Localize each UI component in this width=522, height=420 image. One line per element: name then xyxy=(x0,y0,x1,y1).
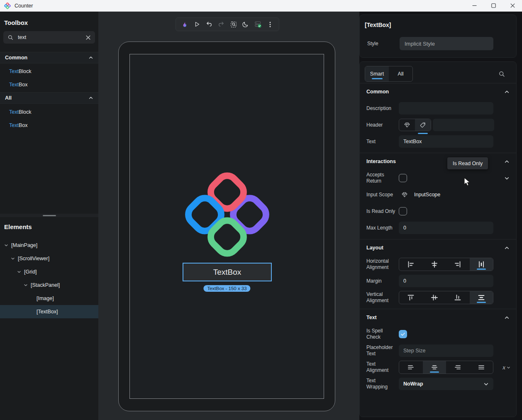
text-wrapping-dropdown[interactable]: NoWrap xyxy=(399,378,493,390)
undo-icon[interactable] xyxy=(204,20,214,29)
minimize-button[interactable] xyxy=(465,0,484,11)
input-scope-value[interactable]: InputScope xyxy=(414,192,440,198)
align-bottom-icon[interactable] xyxy=(446,291,470,304)
description-input[interactable] xyxy=(399,102,493,115)
tab-all[interactable]: All xyxy=(389,66,412,81)
align-top-icon[interactable] xyxy=(399,291,423,304)
prop-description: Description xyxy=(360,100,516,117)
device-screen[interactable]: TextBox TextBox - 150 x 33 xyxy=(129,54,324,399)
selected-textbox-element[interactable]: TextBox xyxy=(183,263,272,281)
toolbox-item-textbox[interactable]: TextBox xyxy=(0,119,98,132)
is-read-only-tooltip: Is Read Only xyxy=(447,157,488,169)
panel-splitter[interactable] xyxy=(0,214,98,217)
more-options-icon[interactable] xyxy=(265,20,275,29)
properties-title: [TextBox] xyxy=(365,22,391,28)
chevron-up-icon xyxy=(88,95,93,100)
left-sidebar: Toolbox Common TextBlock TextBox All Tex… xyxy=(0,12,98,420)
search-icon xyxy=(7,34,14,41)
margin-input[interactable] xyxy=(399,275,493,287)
align-right-icon[interactable] xyxy=(446,258,470,271)
is-read-only-checkbox[interactable] xyxy=(399,207,407,215)
align-stretch-horizontal-icon[interactable] xyxy=(470,258,493,271)
align-center-vertical-icon[interactable] xyxy=(423,291,446,304)
section-layout-header[interactable]: Layout xyxy=(360,239,516,256)
chevron-down-icon xyxy=(483,381,489,387)
section-text-header[interactable]: Text xyxy=(360,309,516,326)
chevron-up-icon[interactable] xyxy=(504,245,510,251)
toolbox-title: Toolbox xyxy=(4,19,28,26)
design-toolbar xyxy=(176,17,279,31)
accepts-return-checkbox[interactable] xyxy=(399,174,407,182)
chevron-up-icon[interactable] xyxy=(504,315,510,320)
character-casing-dropdown[interactable]: x xyxy=(502,364,511,371)
prop-is-read-only: Is Read Only xyxy=(360,203,516,220)
toolbox-search[interactable] xyxy=(3,31,95,44)
chevron-up-icon xyxy=(88,55,93,60)
header-mode-toggle xyxy=(399,119,431,131)
maximize-button[interactable] xyxy=(484,0,503,11)
tab-smart[interactable]: Smart xyxy=(365,66,389,81)
tree-item-stackpanel[interactable]: [StackPanel] xyxy=(0,278,98,292)
prop-vertical-alignment: Vertical Alignment xyxy=(360,289,516,306)
tag-icon[interactable] xyxy=(415,119,431,131)
tree-item-scrollviewer[interactable]: [ScrollViewer] xyxy=(0,252,98,265)
section-common-header[interactable]: Common xyxy=(360,83,516,100)
hot-reload-flame-icon[interactable] xyxy=(180,20,190,29)
chevron-up-icon[interactable] xyxy=(504,159,510,164)
device-status-check-icon[interactable] xyxy=(253,20,263,29)
section-layout: Layout Horizontal Alignment xyxy=(360,239,516,309)
text-alignment-group xyxy=(399,361,493,374)
text-input[interactable] xyxy=(399,135,493,148)
text-align-right-icon[interactable] xyxy=(446,361,470,374)
align-left-icon[interactable] xyxy=(399,258,423,271)
chevron-down-icon[interactable] xyxy=(24,283,28,287)
toolbox-section-common[interactable]: Common xyxy=(0,52,98,63)
max-length-input[interactable] xyxy=(399,222,493,234)
properties-panel: [TextBox] Style Smart All Common xyxy=(359,12,522,420)
tree-item-grid[interactable]: [Grid] xyxy=(0,265,98,278)
prop-text: Text xyxy=(360,133,516,150)
properties-search-icon[interactable] xyxy=(498,71,505,78)
clear-icon[interactable] xyxy=(85,35,91,40)
tree-item-mainpage[interactable]: [MainPage] xyxy=(0,239,98,252)
section-interactions-header[interactable]: Interactions xyxy=(360,153,516,170)
chevron-down-icon[interactable] xyxy=(4,243,8,247)
text-align-left-icon[interactable] xyxy=(399,361,423,374)
toolbox-section-all[interactable]: All xyxy=(0,92,98,104)
align-stretch-vertical-icon[interactable] xyxy=(470,291,493,304)
section-text: Text Is Spell Check Placeholder Text Tex… xyxy=(360,309,516,395)
element-picker-icon[interactable] xyxy=(229,20,239,29)
tree-item-image[interactable]: [Image] xyxy=(0,292,98,305)
properties-tabs-row: Smart All xyxy=(360,62,516,83)
prop-placeholder-text: Placeholder Text xyxy=(360,342,516,359)
redo-icon[interactable] xyxy=(216,20,226,29)
tree-item-textbox-selected[interactable]: [TextBox] xyxy=(0,305,98,318)
toolbox-item-textblock[interactable]: TextBlock xyxy=(0,105,98,119)
properties-header-card: [TextBox] Style xyxy=(359,15,517,58)
style-input[interactable] xyxy=(400,37,493,50)
header-input[interactable] xyxy=(433,119,494,131)
chevron-down-icon[interactable] xyxy=(504,176,510,181)
play-icon[interactable] xyxy=(192,20,202,29)
theme-moon-icon[interactable] xyxy=(241,20,251,29)
toolbox-item-textblock[interactable]: TextBlock xyxy=(0,65,98,78)
chevron-up-icon[interactable] xyxy=(504,89,510,95)
device-frame: TextBox TextBox - 150 x 33 xyxy=(118,42,335,411)
horizontal-alignment-group xyxy=(399,258,493,271)
is-spell-check-checkbox[interactable] xyxy=(399,330,407,338)
text-align-center-icon[interactable] xyxy=(423,361,446,374)
design-canvas[interactable]: TextBox TextBox - 150 x 33 xyxy=(98,12,359,420)
align-center-horizontal-icon[interactable] xyxy=(423,258,446,271)
search-input[interactable] xyxy=(18,34,85,40)
toolbox-item-textbox[interactable]: TextBox xyxy=(0,78,98,91)
uno-logo-image[interactable] xyxy=(181,167,274,262)
binding-gem-icon[interactable] xyxy=(399,119,415,131)
chevron-down-icon[interactable] xyxy=(17,270,21,274)
binding-gem-icon[interactable] xyxy=(400,191,409,198)
prop-horizontal-alignment: Horizontal Alignment xyxy=(360,256,516,273)
chevron-down-icon[interactable] xyxy=(11,256,15,261)
close-button[interactable] xyxy=(503,0,522,11)
properties-main-card: Smart All Common Description Header xyxy=(359,61,517,417)
placeholder-text-input[interactable] xyxy=(399,344,493,357)
text-align-justify-icon[interactable] xyxy=(470,361,493,374)
